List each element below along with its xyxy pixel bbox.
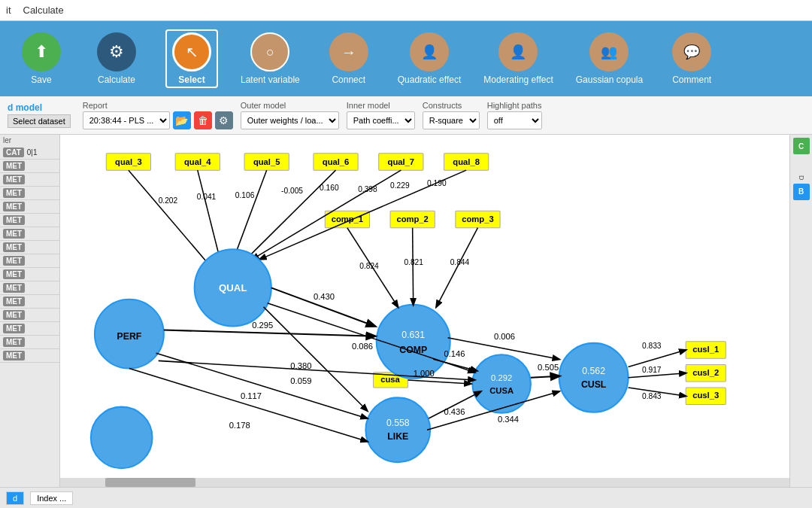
svg-text:COMP: COMP [399,345,427,355]
svg-text:1.000: 1.000 [414,369,435,378]
svg-text:qual_4: qual_4 [184,157,211,166]
latent-variable-icon: ○ [250,32,289,71]
quadratic-effect-button[interactable]: 👤 Quadratic effect [398,32,462,85]
svg-point-54 [365,397,430,462]
svg-line-93 [129,369,368,442]
toolbar: ⬆ Save ⚙ Calculate ↖ Select ○ Latent var… [0,21,812,96]
svg-line-65 [164,330,375,336]
constructs-group: Constructs R-square [423,101,480,129]
model-label: d model [8,102,71,113]
met-badge-14: MET [3,337,25,347]
svg-text:QUAL: QUAL [219,282,247,294]
svg-text:qual_6: qual_6 [323,157,350,166]
constructs-label: Constructs [423,101,480,110]
highlight-group: Highlight paths off [487,101,542,129]
menu-it[interactable]: it [6,5,11,16]
scrollbar-thumb[interactable] [105,478,195,487]
sidebar-item-met-8[interactable]: MET [0,254,59,268]
svg-text:0.821: 0.821 [404,258,423,266]
svg-text:0.843: 0.843 [642,392,662,400]
svg-text:0.833: 0.833 [642,342,662,350]
svg-text:CUSL: CUSL [581,379,607,390]
sidebar-item-met-3[interactable]: MET [0,187,59,200]
left-sidebar: ler CAT 0|1 MET MET MET MET MET MET [0,135,60,487]
svg-text:0.006: 0.006 [494,332,515,341]
svg-text:0.041: 0.041 [197,193,217,201]
sidebar-item-met-11[interactable]: MET [0,295,59,309]
select-button[interactable]: ↖ Select [165,29,218,88]
gaussian-copula-button[interactable]: 👥 Gaussian copula [576,32,643,85]
comment-icon: 💬 [672,32,711,71]
svg-text:CUSA: CUSA [489,386,514,395]
right-panel-toggle-1[interactable]: C [793,138,810,154]
sidebar-item-met-13[interactable]: MET [0,322,59,336]
calculate-icon: ⚙ [97,32,136,71]
svg-line-67 [264,307,368,411]
moderating-effect-label: Moderating effect [483,75,553,85]
save-icon: ⬆ [22,32,61,71]
sidebar-item-met-9[interactable]: MET [0,268,59,281]
met-badge-2: MET [3,175,25,184]
outer-model-select[interactable]: Outer weights / loa... [241,111,339,129]
connect-button[interactable]: → Connect [323,32,375,85]
sidebar-item-met-14[interactable]: MET [0,336,59,349]
comment-button[interactable]: 💬 Comment [665,32,718,85]
report-select[interactable]: 20:38:44 - PLS ... [83,111,170,129]
svg-line-75 [408,380,471,384]
sidebar-item-met-15[interactable]: MET [0,349,59,363]
svg-text:0.106: 0.106 [235,191,255,199]
svg-text:0.202: 0.202 [159,196,178,205]
sidebar-item-met-10[interactable]: MET [0,281,59,295]
svg-text:cusl_2: cusl_2 [692,368,719,377]
diagram-area[interactable]: qual_3 qual_4 qual_5 qual_6 qual_7 qual_… [60,135,789,487]
bottom-tab-d[interactable]: d [6,491,24,505]
met-badge-12: MET [3,310,25,320]
calculate-button[interactable]: ⚙ Calculate [90,32,143,85]
sidebar-item-met-7[interactable]: MET [0,241,59,254]
sidebar-item-met-5[interactable]: MET [0,214,59,227]
svg-text:0.295: 0.295 [252,321,273,330]
sidebar-item-met-6[interactable]: MET [0,227,59,241]
delete-icon[interactable]: 🗑 [194,111,212,129]
select-icon: ↖ [172,32,211,71]
right-panel-btn-2[interactable]: B [793,184,810,200]
sidebar-item-met-1[interactable]: MET [0,160,59,173]
constructs-select[interactable]: R-square [423,111,480,129]
open-folder-icon[interactable]: 📂 [173,111,191,129]
svg-text:0.059: 0.059 [290,376,311,385]
inner-model-select[interactable]: Path coeffi... [347,111,415,129]
sidebar-item-met-4[interactable]: MET [0,200,59,214]
diagram-svg: qual_3 qual_4 qual_5 qual_6 qual_7 qual_… [60,135,789,487]
bottom-tab-index[interactable]: Index ... [30,491,73,505]
menu-calculate[interactable]: Calculate [23,5,64,16]
svg-text:0.117: 0.117 [241,391,262,400]
sidebar-item-met-2[interactable]: MET [0,173,59,187]
svg-text:comp_3: comp_3 [462,214,493,224]
svg-text:0.178: 0.178 [229,421,250,430]
moderating-effect-button[interactable]: 👤 Moderating effect [483,32,553,85]
sidebar-item-cat[interactable]: CAT 0|1 [0,146,59,160]
svg-text:0.631: 0.631 [401,330,425,340]
select-dataset-button[interactable]: Select dataset [8,114,71,128]
settings-icon[interactable]: ⚙ [215,111,233,129]
latent-variable-button[interactable]: ○ Latent variable [241,32,300,85]
met-badge-9: MET [3,269,25,279]
save-button[interactable]: ⬆ Save [15,32,68,85]
sidebar-item-met-12[interactable]: MET [0,309,59,322]
svg-line-87 [629,350,686,367]
svg-point-44 [91,407,153,469]
connect-label: Connect [332,75,365,85]
svg-text:qual_7: qual_7 [388,157,415,166]
svg-text:0.558: 0.558 [386,418,410,428]
svg-point-51 [559,343,629,412]
highlight-select[interactable]: off [487,111,542,129]
horizontal-scrollbar[interactable] [60,478,789,487]
quadratic-effect-label: Quadratic effect [398,75,462,85]
moderating-effect-icon: 👤 [498,32,538,71]
connect-icon: → [329,32,368,71]
svg-line-59 [436,228,477,307]
met-badge-4: MET [3,202,25,211]
met-badge-8: MET [3,256,25,266]
svg-text:qual_8: qual_8 [453,157,480,166]
filter-label: ler [0,135,59,146]
